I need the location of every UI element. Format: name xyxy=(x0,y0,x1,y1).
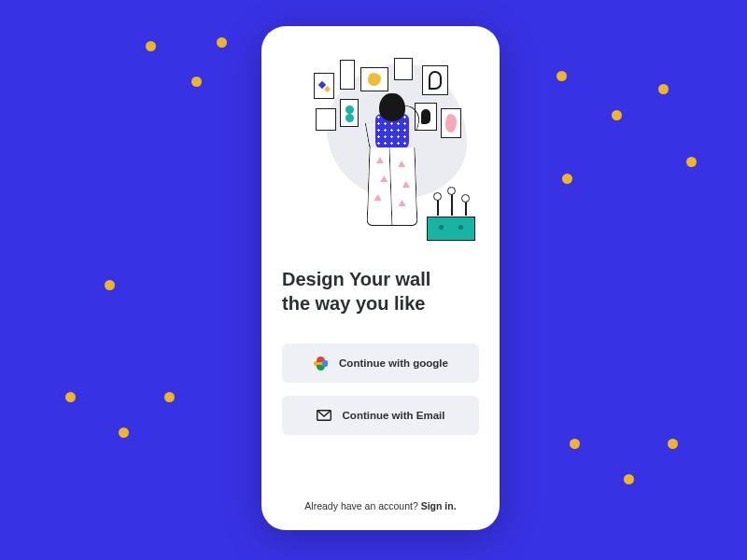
continue-email-label: Continue with Email xyxy=(343,410,445,421)
hero-illustration xyxy=(282,47,479,250)
auth-buttons: Continue with google Continue with Email xyxy=(282,343,479,435)
decorative-dot xyxy=(612,110,622,120)
decorative-dot xyxy=(624,474,634,484)
decorative-dot xyxy=(164,392,175,402)
decorative-dot xyxy=(557,71,567,81)
decorative-dot xyxy=(105,280,115,290)
onboarding-card: Design Your wall the way you like Contin… xyxy=(261,26,500,530)
decorative-dot xyxy=(570,439,580,449)
headline-line1: Design Your wall xyxy=(282,269,430,289)
decorative-dot xyxy=(65,392,76,402)
continue-google-label: Continue with google xyxy=(339,357,448,369)
headline-line2: the way you like xyxy=(282,293,425,314)
email-icon xyxy=(317,408,331,423)
footer-text: Already have an account? Sign in. xyxy=(282,500,479,513)
decorative-dot xyxy=(686,157,697,167)
decorative-dot xyxy=(119,427,129,438)
decorative-dot xyxy=(146,41,156,51)
headline: Design Your wall the way you like xyxy=(282,267,479,315)
sign-in-link[interactable]: Sign in. xyxy=(421,500,457,511)
decorative-dot xyxy=(191,77,202,87)
decorative-dot xyxy=(562,174,572,184)
google-icon xyxy=(313,356,328,371)
decorative-dot xyxy=(658,84,669,94)
continue-google-button[interactable]: Continue with google xyxy=(282,343,479,383)
decorative-dot xyxy=(217,37,227,48)
continue-email-button[interactable]: Continue with Email xyxy=(282,396,479,435)
decorative-dot xyxy=(668,439,678,449)
footer-prefix: Already have an account? xyxy=(304,500,420,511)
